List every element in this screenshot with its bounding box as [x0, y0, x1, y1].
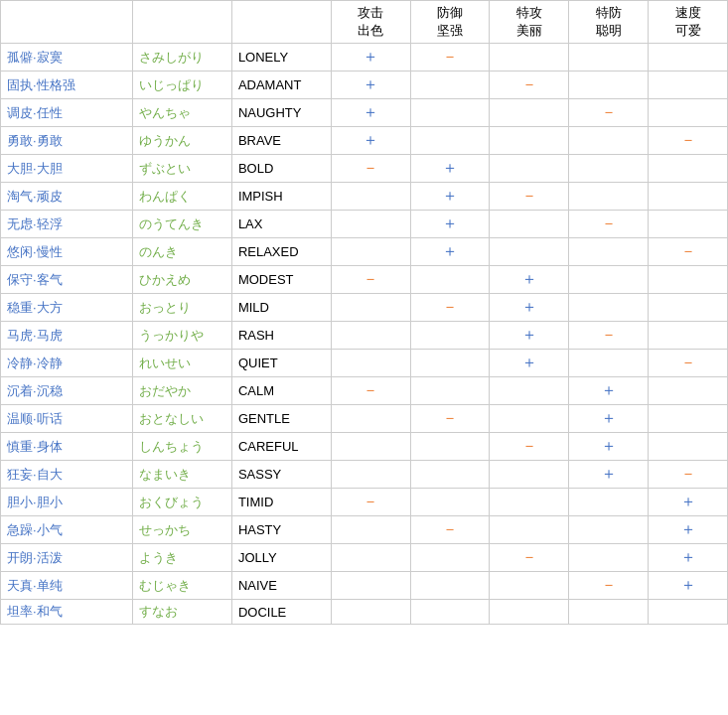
- table-cell: [649, 433, 728, 461]
- table-cell: 固执·性格强: [1, 72, 133, 99]
- table-cell: 温顺·听话: [1, 405, 133, 433]
- table-cell: ずぶとい: [133, 155, 232, 183]
- table-cell: －: [410, 405, 490, 433]
- table-cell: BOLD: [231, 155, 331, 183]
- table-cell: 无虑·轻浮: [1, 211, 133, 238]
- table-cell: [649, 44, 728, 72]
- table-cell: なまいき: [133, 461, 232, 489]
- minus-icon: －: [521, 548, 537, 565]
- table-cell: しんちょう: [133, 433, 232, 461]
- table-cell: のうてんき: [133, 211, 232, 238]
- col-atk-header-top: 攻击: [331, 1, 410, 23]
- col-japanese-header: [133, 1, 232, 23]
- table-cell: [649, 294, 728, 322]
- col-spdef-header-top: 特防: [569, 1, 649, 23]
- table-row: 稳重·大方おっとりMILD－＋: [1, 294, 728, 322]
- table-cell: NAIVE: [231, 572, 331, 600]
- table-cell: [410, 99, 490, 127]
- table-cell: [490, 377, 569, 405]
- table-cell: 天真·单纯: [1, 572, 133, 600]
- table-cell: GENTLE: [231, 405, 331, 433]
- table-cell: ようき: [133, 544, 232, 572]
- nature-table: 攻击 防御 特攻 特防 速度 出色 坚强 美丽 聪明 可爱 孤僻·寂寞さみしがり…: [0, 0, 728, 625]
- col-spd-header-bot: 可爱: [649, 22, 728, 44]
- minus-icon: －: [521, 437, 537, 454]
- plus-icon: ＋: [442, 187, 458, 204]
- table-cell: MODEST: [231, 266, 331, 294]
- table-row: 开朗·活泼ようきJOLLY－＋: [1, 544, 728, 572]
- table-cell: －: [331, 377, 410, 405]
- table-cell: 坦率·和气: [1, 600, 133, 625]
- minus-icon: －: [601, 326, 617, 343]
- table-cell: －: [569, 322, 649, 350]
- table-cell: [410, 600, 490, 625]
- table-cell: すなお: [133, 600, 232, 625]
- minus-icon: －: [680, 242, 696, 259]
- table-cell: ADAMANT: [231, 72, 331, 99]
- table-cell: [569, 238, 649, 266]
- table-cell: －: [569, 572, 649, 600]
- table-cell: [410, 127, 490, 155]
- table-cell: ＋: [410, 238, 490, 266]
- table-cell: おくびょう: [133, 489, 232, 516]
- table-cell: －: [410, 294, 490, 322]
- col-def-header-bot: 坚强: [410, 22, 490, 44]
- table-row: 大胆·大胆ずぶといBOLD－＋: [1, 155, 728, 183]
- minus-icon: －: [442, 48, 458, 65]
- table-cell: IMPISH: [231, 183, 331, 211]
- table-cell: [649, 155, 728, 183]
- table-cell: CALM: [231, 377, 331, 405]
- table-cell: [331, 238, 410, 266]
- table-cell: [410, 350, 490, 377]
- table-cell: ＋: [569, 377, 649, 405]
- table-cell: [490, 44, 569, 72]
- table-cell: [410, 489, 490, 516]
- table-cell: ＋: [569, 405, 649, 433]
- plus-icon: ＋: [363, 48, 378, 65]
- table-cell: ゆうかん: [133, 127, 232, 155]
- table-cell: －: [490, 183, 569, 211]
- table-cell: れいせい: [133, 350, 232, 377]
- table-cell: ＋: [490, 294, 569, 322]
- table-cell: [410, 461, 490, 489]
- table-cell: うっかりや: [133, 322, 232, 350]
- table-cell: おとなしい: [133, 405, 232, 433]
- table-cell: [490, 155, 569, 183]
- minus-icon: －: [680, 354, 696, 370]
- table-cell: [331, 600, 410, 625]
- table-cell: ＋: [410, 155, 490, 183]
- table-cell: SASSY: [231, 461, 331, 489]
- header-row-bottom: 出色 坚强 美丽 聪明 可爱: [1, 22, 728, 44]
- table-cell: LAX: [231, 211, 331, 238]
- table-cell: LONELY: [231, 44, 331, 72]
- table-row: 孤僻·寂寞さみしがりLONELY＋－: [1, 44, 728, 72]
- minus-icon: －: [680, 131, 696, 148]
- table-cell: [649, 99, 728, 127]
- minus-icon: －: [363, 270, 378, 287]
- table-cell: [649, 211, 728, 238]
- table-cell: [649, 405, 728, 433]
- table-row: 勇敢·勇敢ゆうかんBRAVE＋－: [1, 127, 728, 155]
- table-cell: 孤僻·寂寞: [1, 44, 133, 72]
- minus-icon: －: [601, 103, 617, 120]
- table-cell: [569, 516, 649, 544]
- table-cell: [490, 211, 569, 238]
- table-cell: [569, 72, 649, 99]
- table-cell: ＋: [649, 489, 728, 516]
- table-cell: CAREFUL: [231, 433, 331, 461]
- table-cell: せっかち: [133, 516, 232, 544]
- table-cell: 稳重·大方: [1, 294, 133, 322]
- table-cell: [569, 294, 649, 322]
- table-cell: [569, 127, 649, 155]
- plus-icon: ＋: [680, 548, 696, 565]
- table-cell: [649, 72, 728, 99]
- col-japanese-header2: [133, 22, 232, 44]
- table-cell: NAUGHTY: [231, 99, 331, 127]
- table-cell: 悠闲·慢性: [1, 238, 133, 266]
- table-cell: ＋: [649, 572, 728, 600]
- table-cell: [410, 322, 490, 350]
- table-cell: [569, 489, 649, 516]
- plus-icon: ＋: [442, 159, 458, 176]
- table-cell: [331, 544, 410, 572]
- table-cell: ＋: [490, 350, 569, 377]
